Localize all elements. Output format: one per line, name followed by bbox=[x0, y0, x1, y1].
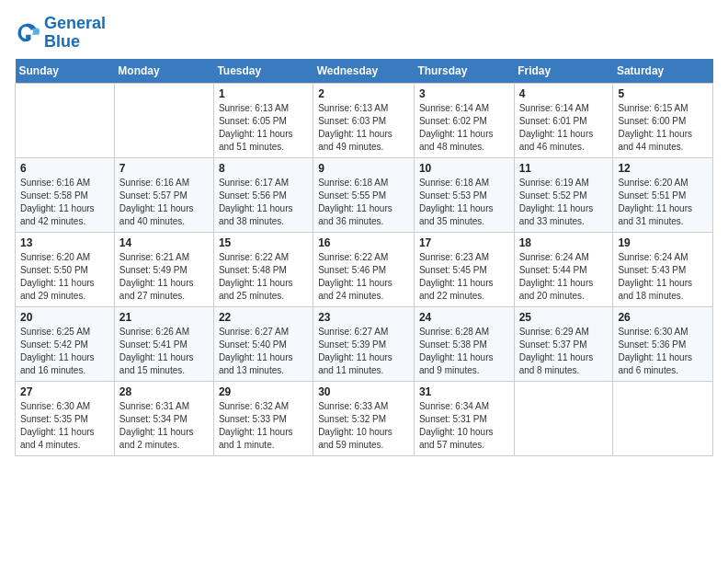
day-info: Sunrise: 6:31 AMSunset: 5:34 PMDaylight:… bbox=[119, 400, 209, 452]
logo: General Blue bbox=[15, 15, 106, 52]
day-number: 16 bbox=[318, 236, 409, 249]
calendar-cell: 19Sunrise: 6:24 AMSunset: 5:43 PMDayligh… bbox=[613, 232, 713, 306]
calendar-cell bbox=[514, 381, 613, 455]
day-number: 23 bbox=[318, 311, 409, 324]
day-number: 5 bbox=[618, 87, 708, 100]
day-info: Sunrise: 6:24 AMSunset: 5:43 PMDaylight:… bbox=[618, 251, 708, 303]
calendar-cell: 10Sunrise: 6:18 AMSunset: 5:53 PMDayligh… bbox=[414, 157, 514, 232]
day-number: 4 bbox=[519, 87, 609, 100]
calendar-cell: 21Sunrise: 6:26 AMSunset: 5:41 PMDayligh… bbox=[114, 306, 213, 381]
calendar-cell: 16Sunrise: 6:22 AMSunset: 5:46 PMDayligh… bbox=[313, 232, 415, 306]
day-info: Sunrise: 6:19 AMSunset: 5:52 PMDaylight:… bbox=[519, 177, 609, 228]
day-info: Sunrise: 6:34 AMSunset: 5:31 PMDaylight:… bbox=[419, 400, 509, 452]
day-info: Sunrise: 6:32 AMSunset: 5:33 PMDaylight:… bbox=[219, 400, 308, 452]
day-number: 24 bbox=[419, 311, 509, 324]
day-info: Sunrise: 6:18 AMSunset: 5:53 PMDaylight:… bbox=[419, 177, 509, 228]
calendar-cell bbox=[613, 381, 713, 455]
day-info: Sunrise: 6:30 AMSunset: 5:36 PMDaylight:… bbox=[618, 326, 708, 377]
calendar-cell: 31Sunrise: 6:34 AMSunset: 5:31 PMDayligh… bbox=[414, 381, 514, 455]
weekday-header-saturday: Saturday bbox=[613, 59, 713, 84]
day-info: Sunrise: 6:18 AMSunset: 5:55 PMDaylight:… bbox=[318, 177, 409, 228]
calendar-week-row: 27Sunrise: 6:30 AMSunset: 5:35 PMDayligh… bbox=[16, 381, 713, 455]
logo-text: General Blue bbox=[44, 15, 106, 52]
day-number: 1 bbox=[219, 87, 308, 100]
day-info: Sunrise: 6:25 AMSunset: 5:42 PMDaylight:… bbox=[20, 326, 109, 377]
weekday-header-row: SundayMondayTuesdayWednesdayThursdayFrid… bbox=[16, 59, 713, 84]
day-info: Sunrise: 6:16 AMSunset: 5:57 PMDaylight:… bbox=[119, 177, 209, 228]
day-info: Sunrise: 6:26 AMSunset: 5:41 PMDaylight:… bbox=[119, 326, 209, 377]
day-info: Sunrise: 6:29 AMSunset: 5:37 PMDaylight:… bbox=[519, 326, 609, 377]
day-info: Sunrise: 6:20 AMSunset: 5:51 PMDaylight:… bbox=[618, 177, 708, 228]
day-number: 3 bbox=[419, 87, 509, 100]
calendar-cell: 27Sunrise: 6:30 AMSunset: 5:35 PMDayligh… bbox=[16, 381, 115, 455]
day-info: Sunrise: 6:28 AMSunset: 5:38 PMDaylight:… bbox=[419, 326, 509, 377]
day-number: 15 bbox=[219, 236, 308, 249]
weekday-header-wednesday: Wednesday bbox=[313, 59, 415, 84]
calendar-cell: 14Sunrise: 6:21 AMSunset: 5:49 PMDayligh… bbox=[114, 232, 213, 306]
day-info: Sunrise: 6:22 AMSunset: 5:48 PMDaylight:… bbox=[219, 251, 308, 303]
calendar-cell: 4Sunrise: 6:14 AMSunset: 6:01 PMDaylight… bbox=[514, 83, 613, 157]
day-number: 18 bbox=[519, 236, 609, 249]
day-number: 10 bbox=[419, 162, 509, 175]
calendar-cell: 29Sunrise: 6:32 AMSunset: 5:33 PMDayligh… bbox=[213, 381, 313, 455]
calendar-cell bbox=[16, 83, 115, 157]
calendar-cell: 2Sunrise: 6:13 AMSunset: 6:03 PMDaylight… bbox=[313, 83, 415, 157]
day-info: Sunrise: 6:22 AMSunset: 5:46 PMDaylight:… bbox=[318, 251, 409, 303]
calendar-cell: 17Sunrise: 6:23 AMSunset: 5:45 PMDayligh… bbox=[414, 232, 514, 306]
day-number: 19 bbox=[618, 236, 708, 249]
day-number: 8 bbox=[219, 162, 308, 175]
day-number: 26 bbox=[618, 311, 708, 324]
day-info: Sunrise: 6:24 AMSunset: 5:44 PMDaylight:… bbox=[519, 251, 609, 303]
day-number: 30 bbox=[318, 385, 409, 398]
day-info: Sunrise: 6:15 AMSunset: 6:00 PMDaylight:… bbox=[618, 102, 708, 154]
calendar-cell bbox=[114, 83, 213, 157]
calendar-cell: 5Sunrise: 6:15 AMSunset: 6:00 PMDaylight… bbox=[613, 83, 713, 157]
day-info: Sunrise: 6:14 AMSunset: 6:02 PMDaylight:… bbox=[419, 102, 509, 154]
day-info: Sunrise: 6:30 AMSunset: 5:35 PMDaylight:… bbox=[20, 400, 109, 452]
calendar-body: 1Sunrise: 6:13 AMSunset: 6:05 PMDaylight… bbox=[16, 83, 713, 455]
calendar-week-row: 1Sunrise: 6:13 AMSunset: 6:05 PMDaylight… bbox=[16, 83, 713, 157]
day-number: 25 bbox=[519, 311, 609, 324]
day-number: 31 bbox=[419, 385, 509, 398]
day-info: Sunrise: 6:20 AMSunset: 5:50 PMDaylight:… bbox=[20, 251, 109, 303]
calendar-cell: 11Sunrise: 6:19 AMSunset: 5:52 PMDayligh… bbox=[514, 157, 613, 232]
day-number: 12 bbox=[618, 162, 708, 175]
calendar-cell: 1Sunrise: 6:13 AMSunset: 6:05 PMDaylight… bbox=[213, 83, 313, 157]
calendar-week-row: 20Sunrise: 6:25 AMSunset: 5:42 PMDayligh… bbox=[16, 306, 713, 381]
day-info: Sunrise: 6:21 AMSunset: 5:49 PMDaylight:… bbox=[119, 251, 209, 303]
day-number: 9 bbox=[318, 162, 409, 175]
calendar-cell: 7Sunrise: 6:16 AMSunset: 5:57 PMDaylight… bbox=[114, 157, 213, 232]
day-number: 28 bbox=[119, 385, 209, 398]
day-info: Sunrise: 6:27 AMSunset: 5:39 PMDaylight:… bbox=[318, 326, 409, 377]
calendar-cell: 20Sunrise: 6:25 AMSunset: 5:42 PMDayligh… bbox=[16, 306, 115, 381]
day-info: Sunrise: 6:33 AMSunset: 5:32 PMDaylight:… bbox=[318, 400, 409, 452]
day-info: Sunrise: 6:17 AMSunset: 5:56 PMDaylight:… bbox=[219, 177, 308, 228]
day-info: Sunrise: 6:13 AMSunset: 6:05 PMDaylight:… bbox=[219, 102, 308, 154]
calendar-cell: 8Sunrise: 6:17 AMSunset: 5:56 PMDaylight… bbox=[213, 157, 313, 232]
day-number: 6 bbox=[20, 162, 109, 175]
day-number: 29 bbox=[219, 385, 308, 398]
calendar-cell: 24Sunrise: 6:28 AMSunset: 5:38 PMDayligh… bbox=[414, 306, 514, 381]
calendar-cell: 25Sunrise: 6:29 AMSunset: 5:37 PMDayligh… bbox=[514, 306, 613, 381]
day-number: 14 bbox=[119, 236, 209, 249]
page-header: General Blue bbox=[15, 15, 713, 52]
logo-icon bbox=[15, 20, 40, 46]
day-number: 21 bbox=[119, 311, 209, 324]
weekday-header-friday: Friday bbox=[514, 59, 613, 84]
calendar-week-row: 6Sunrise: 6:16 AMSunset: 5:58 PMDaylight… bbox=[16, 157, 713, 232]
calendar-cell: 6Sunrise: 6:16 AMSunset: 5:58 PMDaylight… bbox=[16, 157, 115, 232]
day-info: Sunrise: 6:23 AMSunset: 5:45 PMDaylight:… bbox=[419, 251, 509, 303]
day-number: 13 bbox=[20, 236, 109, 249]
calendar-week-row: 13Sunrise: 6:20 AMSunset: 5:50 PMDayligh… bbox=[16, 232, 713, 306]
calendar-cell: 28Sunrise: 6:31 AMSunset: 5:34 PMDayligh… bbox=[114, 381, 213, 455]
day-info: Sunrise: 6:16 AMSunset: 5:58 PMDaylight:… bbox=[20, 177, 109, 228]
calendar-cell: 26Sunrise: 6:30 AMSunset: 5:36 PMDayligh… bbox=[613, 306, 713, 381]
calendar-cell: 9Sunrise: 6:18 AMSunset: 5:55 PMDaylight… bbox=[313, 157, 415, 232]
day-info: Sunrise: 6:14 AMSunset: 6:01 PMDaylight:… bbox=[519, 102, 609, 154]
day-info: Sunrise: 6:27 AMSunset: 5:40 PMDaylight:… bbox=[219, 326, 308, 377]
day-number: 7 bbox=[119, 162, 209, 175]
calendar-cell: 30Sunrise: 6:33 AMSunset: 5:32 PMDayligh… bbox=[313, 381, 415, 455]
calendar-cell: 3Sunrise: 6:14 AMSunset: 6:02 PMDaylight… bbox=[414, 83, 514, 157]
weekday-header-sunday: Sunday bbox=[16, 59, 115, 84]
calendar-cell: 23Sunrise: 6:27 AMSunset: 5:39 PMDayligh… bbox=[313, 306, 415, 381]
